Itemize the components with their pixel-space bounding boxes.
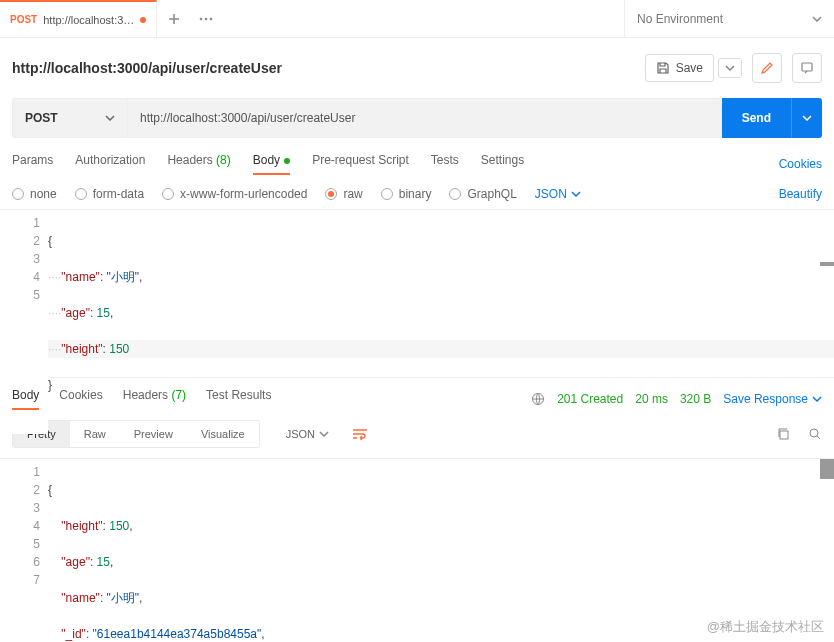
- tab-prerequest[interactable]: Pre-request Script: [312, 153, 409, 175]
- resp-tab-headers[interactable]: Headers (7): [123, 388, 186, 410]
- body-type-formdata[interactable]: form-data: [75, 187, 144, 201]
- body-type-none[interactable]: none: [12, 187, 57, 201]
- cookies-link[interactable]: Cookies: [779, 157, 822, 171]
- svg-rect-3: [802, 63, 812, 71]
- chevron-down-icon: [812, 16, 822, 22]
- request-tab[interactable]: POST http://localhost:3…: [0, 0, 157, 37]
- watermark: @稀土掘金技术社区: [707, 618, 824, 636]
- request-title: http://localhost:3000/api/user/createUse…: [12, 60, 635, 76]
- save-menu-button[interactable]: [718, 58, 742, 78]
- tab-title: http://localhost:3…: [43, 14, 134, 26]
- comments-icon-button[interactable]: [792, 53, 822, 83]
- edit-icon-button[interactable]: [752, 53, 782, 83]
- new-tab-button[interactable]: [167, 12, 181, 26]
- tab-menu-icon[interactable]: [199, 17, 213, 21]
- tab-params[interactable]: Params: [12, 153, 53, 175]
- body-indicator-icon: [284, 158, 290, 164]
- tab-settings[interactable]: Settings: [481, 153, 524, 175]
- send-button[interactable]: Send: [722, 98, 791, 138]
- request-body-editor[interactable]: 1 2 3 4 5 { ····"name": "小明", ····"age":…: [0, 209, 834, 377]
- method-select[interactable]: POST: [12, 98, 127, 138]
- tab-authorization[interactable]: Authorization: [75, 153, 145, 175]
- resp-tab-tests[interactable]: Test Results: [206, 388, 271, 410]
- url-input[interactable]: http://localhost:3000/api/user/createUse…: [127, 98, 722, 138]
- svg-point-2: [210, 17, 213, 20]
- method-value: POST: [25, 111, 58, 125]
- response-body-viewer[interactable]: 1 2 3 4 5 6 7 { "height": 150, "age": 15…: [0, 458, 834, 642]
- save-icon: [656, 61, 670, 75]
- chevron-down-icon: [571, 191, 581, 197]
- body-type-binary[interactable]: binary: [381, 187, 432, 201]
- tab-tests[interactable]: Tests: [431, 153, 459, 175]
- body-type-graphql[interactable]: GraphQL: [449, 187, 516, 201]
- body-lang-select[interactable]: JSON: [535, 187, 581, 201]
- resp-tab-cookies[interactable]: Cookies: [59, 388, 102, 410]
- svg-point-1: [205, 17, 208, 20]
- tab-headers[interactable]: Headers (8): [167, 153, 230, 175]
- svg-point-0: [200, 17, 203, 20]
- body-type-xform[interactable]: x-www-form-urlencoded: [162, 187, 307, 201]
- environment-select[interactable]: No Environment: [624, 0, 834, 37]
- save-label: Save: [676, 61, 703, 75]
- resp-tab-body[interactable]: Body: [12, 388, 39, 410]
- tab-body[interactable]: Body: [253, 153, 290, 175]
- tab-method-badge: POST: [10, 14, 37, 25]
- save-button[interactable]: Save: [645, 54, 714, 82]
- send-menu-button[interactable]: [791, 98, 822, 138]
- environment-label: No Environment: [637, 12, 723, 26]
- unsaved-dot-icon: [140, 17, 146, 23]
- chevron-down-icon: [105, 115, 115, 121]
- beautify-link[interactable]: Beautify: [779, 187, 822, 201]
- url-value: http://localhost:3000/api/user/createUse…: [140, 111, 355, 125]
- body-type-raw[interactable]: raw: [325, 187, 362, 201]
